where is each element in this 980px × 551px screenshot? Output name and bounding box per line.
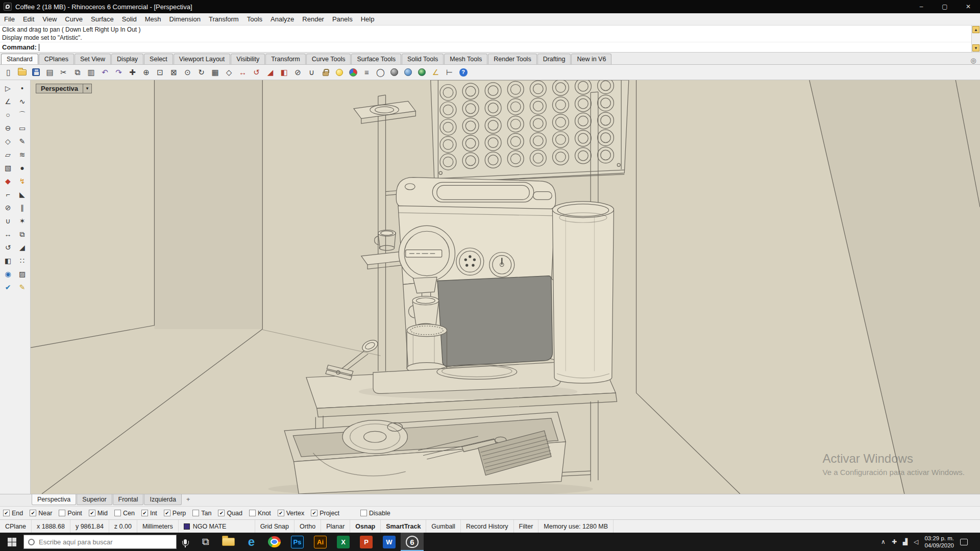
checkbox[interactable] <box>311 510 317 516</box>
status-x-coordinate[interactable]: x 1888.68 <box>32 520 70 533</box>
osnap-vertex-checkbox[interactable]: Vertex <box>278 510 304 517</box>
redo-icon[interactable]: ↷ <box>112 66 125 79</box>
zoom-window-icon[interactable]: ⊡ <box>154 66 166 79</box>
status-osnap[interactable]: Osnap <box>350 520 381 533</box>
start-button[interactable] <box>0 533 23 551</box>
status-ortho[interactable]: Ortho <box>295 520 321 533</box>
lightning-icon[interactable]: ↯ <box>15 174 30 187</box>
checkbox[interactable] <box>218 510 225 516</box>
undo-icon[interactable]: ↶ <box>99 66 111 79</box>
layers-icon[interactable] <box>347 66 359 79</box>
dictation-button[interactable] <box>177 533 194 551</box>
menu-item[interactable]: Help <box>357 14 379 24</box>
set-view-icon[interactable]: ◇ <box>223 66 235 79</box>
osnap-near-checkbox[interactable]: Near <box>30 510 52 517</box>
checkbox[interactable] <box>3 510 10 516</box>
checkbox[interactable] <box>141 510 148 516</box>
perspective-viewport[interactable]: Perspectiva ▼ <box>31 80 980 494</box>
osnap-int-checkbox[interactable]: Int <box>141 510 157 517</box>
toolbar-tab[interactable]: Surface Tools <box>351 54 401 64</box>
toolbar-tab[interactable]: Render Tools <box>488 54 536 64</box>
edge-icon[interactable]: e <box>240 533 263 551</box>
move-icon[interactable]: ↔ <box>1 228 15 240</box>
status-cplane[interactable]: CPlane <box>0 520 32 533</box>
excel-icon[interactable]: X <box>332 533 355 551</box>
action-center-icon[interactable] <box>960 539 968 545</box>
osnap-tan-checkbox[interactable]: Tan <box>192 510 211 517</box>
rotate-icon[interactable]: ↺ <box>1 241 15 254</box>
toolbar-tab[interactable]: Display <box>111 54 143 64</box>
split-icon[interactable]: ∥ <box>15 201 30 214</box>
checkbox[interactable] <box>249 510 256 516</box>
hide-lightbulb-icon[interactable] <box>333 66 346 79</box>
chrome-icon[interactable] <box>263 533 286 551</box>
toolbar-tab[interactable]: Mesh Tools <box>444 54 487 64</box>
checkbox[interactable] <box>114 510 121 516</box>
help-icon[interactable] <box>457 66 470 79</box>
photoshop-icon[interactable]: Ps <box>286 533 309 551</box>
checkbox[interactable] <box>360 510 367 516</box>
menu-item[interactable]: Panels <box>328 14 357 24</box>
menu-item[interactable]: Surface <box>87 14 118 24</box>
status-planar[interactable]: Planar <box>321 520 350 533</box>
zoom-selected-icon[interactable]: ⊙ <box>181 66 194 79</box>
box-icon[interactable]: ▧ <box>1 161 15 174</box>
illustrator-icon[interactable]: Ai <box>309 533 332 551</box>
new-file-icon[interactable]: ▯ <box>2 66 15 79</box>
cut-icon[interactable]: ✂ <box>57 66 70 79</box>
menu-item[interactable]: Edit <box>19 14 38 24</box>
rectangle-icon[interactable]: ▭ <box>15 121 30 134</box>
menu-item[interactable]: File <box>0 14 19 24</box>
join-icon[interactable]: ∪ <box>1 214 15 227</box>
status-units[interactable]: Millimeters <box>137 520 179 533</box>
toolbar-tab[interactable]: Standard <box>1 54 38 64</box>
word-icon[interactable]: W <box>378 533 401 551</box>
osnap-project-checkbox[interactable]: Project <box>311 510 339 517</box>
menu-item[interactable]: Render <box>298 14 328 24</box>
tray-chevron-icon[interactable]: ∧ <box>881 538 886 545</box>
copy-icon[interactable]: ⧉ <box>71 66 84 79</box>
osnap-point-checkbox[interactable]: Point <box>59 510 82 517</box>
menu-item[interactable]: Transform <box>205 14 243 24</box>
circle-icon[interactable]: ○ <box>1 108 15 121</box>
osnap-end-checkbox[interactable]: End <box>3 510 23 517</box>
taskbar-search[interactable] <box>23 535 177 549</box>
wireframe-display-icon[interactable]: ◯ <box>374 66 387 79</box>
gumball-icon[interactable]: ◉ <box>1 267 15 280</box>
viewport-title[interactable]: Perspectiva ▼ <box>36 84 92 93</box>
toolbar-tab[interactable]: CPlanes <box>39 54 74 64</box>
check-icon[interactable]: ✔ <box>1 281 15 293</box>
paintbrush-icon[interactable]: ◆ <box>1 174 15 187</box>
point-icon[interactable]: • <box>15 82 30 94</box>
status-filter[interactable]: Filter <box>514 520 539 533</box>
close-button[interactable]: ✕ <box>957 0 980 13</box>
sphere-icon[interactable]: ● <box>15 161 30 174</box>
tray-volume-icon[interactable]: ◁ <box>914 538 918 545</box>
status-z-coordinate[interactable]: z 0.00 <box>109 520 137 533</box>
rhino-app-icon[interactable] <box>4 3 12 11</box>
checkbox[interactable] <box>192 510 199 516</box>
copy-icon[interactable]: ⧉ <box>15 228 30 240</box>
toolbar-options-icon[interactable]: ◎ <box>967 57 980 64</box>
menu-item[interactable]: Analyze <box>266 14 298 24</box>
viewport-tab[interactable]: Perspectiva <box>32 494 76 505</box>
join-icon[interactable]: ∪ <box>305 66 318 79</box>
arc-icon[interactable]: ⌒ <box>15 108 30 121</box>
viewport-tab[interactable]: Izquierda <box>144 494 181 505</box>
pencil-icon[interactable]: ✎ <box>15 281 30 293</box>
shaded-display-icon[interactable] <box>388 66 401 79</box>
checkbox[interactable] <box>59 510 65 516</box>
menu-item[interactable]: Curve <box>61 14 87 24</box>
move-icon[interactable]: ↔ <box>236 66 249 79</box>
checkbox[interactable] <box>30 510 36 516</box>
scroll-up-icon[interactable]: ▲ <box>972 26 979 33</box>
polygon-icon[interactable]: ◇ <box>1 135 15 147</box>
menu-item[interactable]: Solid <box>118 14 141 24</box>
zoom-extents-icon[interactable]: ⊠ <box>167 66 180 79</box>
mirror-icon[interactable]: ◧ <box>278 66 290 79</box>
toolbar-tab[interactable]: Set View <box>75 54 111 64</box>
viewport-layout-icon[interactable]: ▦ <box>209 66 222 79</box>
viewport-title-dropdown-icon[interactable]: ▼ <box>83 84 92 93</box>
toolbar-tab[interactable]: Transform <box>265 54 306 64</box>
osnap-mid-checkbox[interactable]: Mid <box>89 510 108 517</box>
